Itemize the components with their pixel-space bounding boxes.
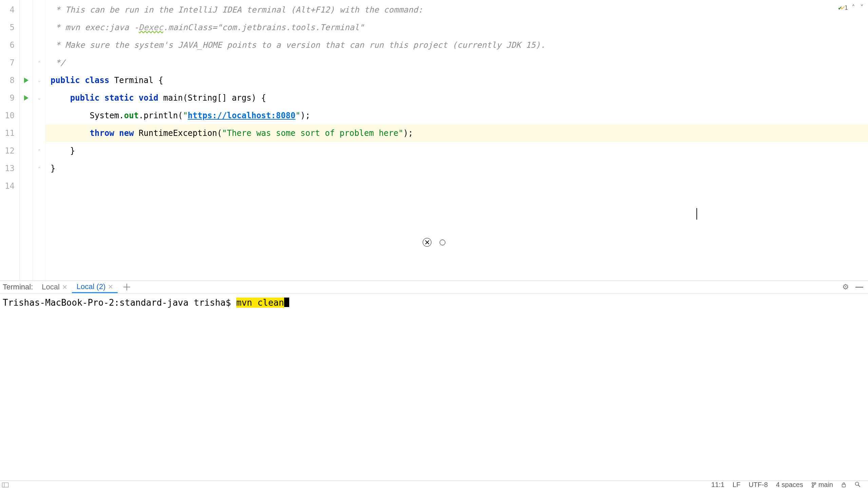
fold-start-icon[interactable]: ⌄: [38, 78, 40, 83]
code-area[interactable]: * This can be run in the IntelliJ IDEA t…: [46, 0, 868, 281]
code-line[interactable]: * Make sure the system's JAVA_HOME point…: [46, 36, 868, 54]
code-line-current[interactable]: throw new RuntimeException("There was so…: [46, 124, 868, 142]
code-line[interactable]: [46, 177, 868, 195]
terminal-tab-label: Local: [42, 283, 60, 291]
fold-end-icon[interactable]: ⌃: [38, 148, 40, 153]
terminal-command: mvn clean: [236, 298, 284, 308]
status-git-branch[interactable]: main: [807, 481, 837, 488]
status-branch-name: main: [818, 481, 833, 488]
code-line[interactable]: }: [46, 160, 868, 177]
terminal-cursor: [284, 298, 289, 307]
status-search-icon[interactable]: [850, 481, 865, 488]
fold-end-icon[interactable]: ⌃: [38, 166, 40, 171]
line-number[interactable]: 14: [0, 177, 19, 195]
line-number[interactable]: 8: [0, 72, 19, 89]
code-line[interactable]: }: [46, 142, 868, 160]
terminal-tab-local[interactable]: Local: [37, 281, 72, 293]
terminal-tabbar: Terminal: Local Local (2) ⚙: [0, 281, 868, 293]
terminal-panel: Terminal: Local Local (2) ⚙ Trishas-MacB…: [0, 281, 868, 481]
svg-line-5: [859, 485, 860, 487]
toolwindows-toggle-icon[interactable]: [2, 483, 8, 487]
inspection-widget[interactable]: ✔ 1 ˄ ˅: [838, 2, 865, 13]
terminal-tab-label: Local (2): [77, 282, 106, 291]
code-line[interactable]: System.out.println("https://localhost:80…: [46, 107, 868, 124]
fold-start-icon[interactable]: ⌄: [38, 96, 40, 100]
line-number[interactable]: 11: [0, 124, 19, 142]
code-line[interactable]: public static void main(String[] args) {: [46, 89, 868, 107]
editor-scrollbar[interactable]: [862, 0, 868, 281]
run-class-icon[interactable]: [24, 78, 28, 83]
code-line[interactable]: public class Terminal {: [46, 72, 868, 89]
line-number-gutter: 4 5 6 7 8 9 10 11 12 13 14: [0, 0, 20, 281]
line-number[interactable]: 12: [0, 142, 19, 160]
run-gutter: [20, 0, 33, 281]
terminal-settings-icon[interactable]: ⚙: [842, 283, 849, 291]
fold-end-icon[interactable]: ⌃: [38, 60, 40, 65]
hide-panel-icon[interactable]: [855, 287, 863, 288]
inspection-ok-icon: ✔: [838, 4, 842, 11]
terminal-title: Terminal:: [0, 283, 37, 291]
line-number[interactable]: 4: [0, 1, 19, 19]
close-hint-icon[interactable]: [423, 238, 432, 247]
line-number[interactable]: 7: [0, 54, 19, 72]
line-number[interactable]: 10: [0, 107, 19, 124]
terminal-prompt: Trishas-MacBook-Pro-2:standard-java tris…: [3, 298, 236, 308]
line-number[interactable]: 5: [0, 19, 19, 36]
svg-rect-3: [842, 484, 846, 487]
editor-caret: [696, 208, 697, 220]
status-caret-position[interactable]: 11:1: [707, 481, 729, 488]
branch-icon: [811, 482, 816, 488]
line-number[interactable]: 6: [0, 36, 19, 54]
close-tab-icon[interactable]: [108, 284, 113, 289]
code-line[interactable]: */: [46, 54, 868, 72]
line-number[interactable]: 9: [0, 89, 19, 107]
prev-problem-icon[interactable]: ˄: [850, 4, 856, 11]
svg-point-2: [812, 486, 813, 487]
svg-point-0: [812, 482, 813, 484]
run-main-icon[interactable]: [24, 95, 28, 101]
status-bar: 11:1 LF UTF-8 4 spaces main: [0, 481, 868, 488]
status-line-separator[interactable]: LF: [729, 481, 745, 488]
code-line[interactable]: * This can be run in the IntelliJ IDEA t…: [46, 1, 868, 19]
terminal-body[interactable]: Trishas-MacBook-Pro-2:standard-java tris…: [0, 293, 868, 481]
svg-point-1: [814, 482, 816, 484]
status-encoding[interactable]: UTF-8: [745, 481, 772, 488]
close-tab-icon[interactable]: [62, 285, 67, 289]
add-terminal-tab-icon[interactable]: [122, 283, 131, 291]
line-number[interactable]: 13: [0, 160, 19, 177]
pager-dot-icon[interactable]: [440, 240, 446, 245]
inspection-count: 1: [844, 4, 848, 11]
url-link[interactable]: https://localhost:8080: [188, 111, 296, 120]
status-readonly-icon[interactable]: [837, 482, 850, 488]
fold-gutter: ⌃ ⌄ ⌄ ⌃ ⌃: [33, 0, 46, 281]
status-indent[interactable]: 4 spaces: [772, 481, 807, 488]
code-line[interactable]: * mvn exec:java -Dexec.mainClass="com.je…: [46, 19, 868, 36]
terminal-tab-local-2[interactable]: Local (2): [72, 281, 118, 293]
editor-pane: 4 5 6 7 8 9 10 11 12 13 14 ⌃ ⌄ ⌄ ⌃ ⌃ * T…: [0, 0, 868, 281]
